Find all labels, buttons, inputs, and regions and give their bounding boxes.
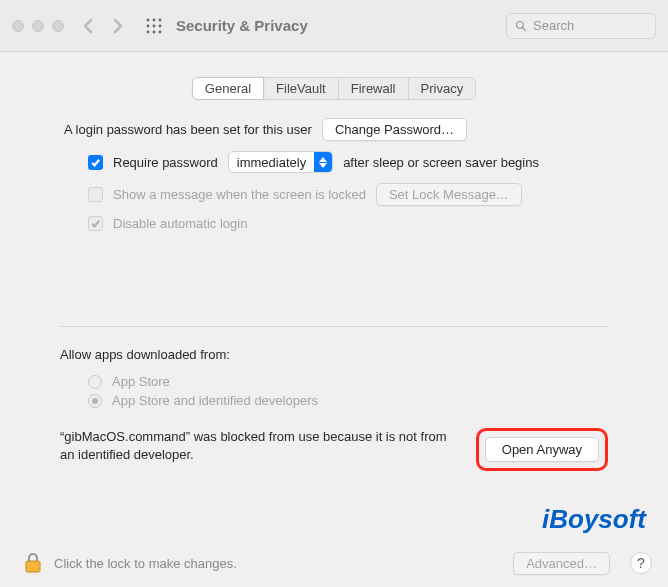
content-area: A login password has been set for this u… bbox=[0, 100, 668, 471]
tab-bar: General FileVault Firewall Privacy bbox=[192, 77, 476, 100]
help-button[interactable]: ? bbox=[630, 552, 652, 574]
show-message-checkbox bbox=[88, 187, 103, 202]
set-lock-message-button: Set Lock Message… bbox=[376, 183, 522, 206]
svg-point-6 bbox=[147, 30, 150, 33]
svg-point-5 bbox=[159, 24, 162, 27]
forward-button[interactable] bbox=[112, 18, 124, 34]
tab-filevault[interactable]: FileVault bbox=[263, 77, 339, 100]
after-sleep-label: after sleep or screen saver begins bbox=[343, 155, 539, 170]
svg-rect-11 bbox=[26, 561, 40, 572]
lock-icon[interactable] bbox=[24, 552, 42, 574]
svg-point-1 bbox=[153, 18, 156, 21]
lock-hint-label: Click the lock to make changes. bbox=[54, 556, 501, 571]
close-window-icon[interactable] bbox=[12, 20, 24, 32]
disable-auto-login-label: Disable automatic login bbox=[113, 216, 247, 231]
watermark-logo: iBoysoft bbox=[542, 504, 646, 535]
checkmark-icon bbox=[90, 157, 101, 168]
zoom-window-icon[interactable] bbox=[52, 20, 64, 32]
blocked-app-message: “gibMacOS.command” was blocked from use … bbox=[60, 428, 462, 464]
svg-line-10 bbox=[523, 27, 526, 30]
watermark-text: iBoysoft bbox=[542, 504, 646, 535]
svg-point-7 bbox=[153, 30, 156, 33]
password-set-label: A login password has been set for this u… bbox=[64, 122, 312, 137]
tab-label: Firewall bbox=[351, 81, 396, 96]
require-password-checkbox[interactable] bbox=[88, 155, 103, 170]
svg-point-3 bbox=[147, 24, 150, 27]
radio-label: App Store and identified developers bbox=[112, 393, 318, 408]
radio-app-store-identified bbox=[88, 394, 102, 408]
require-password-label: Require password bbox=[113, 155, 218, 170]
svg-point-4 bbox=[153, 24, 156, 27]
show-message-label: Show a message when the screen is locked bbox=[113, 187, 366, 202]
require-password-delay-select[interactable]: immediately bbox=[228, 151, 333, 173]
stepper-arrows-icon bbox=[314, 152, 332, 172]
select-value: immediately bbox=[229, 155, 314, 170]
open-anyway-button[interactable]: Open Anyway bbox=[485, 437, 599, 462]
minimize-window-icon[interactable] bbox=[32, 20, 44, 32]
tab-general[interactable]: General bbox=[192, 77, 264, 100]
radio-app-store bbox=[88, 375, 102, 389]
tab-firewall[interactable]: Firewall bbox=[338, 77, 409, 100]
search-placeholder: Search bbox=[533, 18, 574, 33]
titlebar: Security & Privacy Search bbox=[0, 0, 668, 52]
search-input[interactable]: Search bbox=[506, 13, 656, 39]
divider bbox=[60, 326, 608, 327]
advanced-button[interactable]: Advanced… bbox=[513, 552, 610, 575]
search-icon bbox=[515, 20, 527, 32]
nav-arrows bbox=[82, 18, 124, 34]
disable-auto-login-checkbox bbox=[88, 216, 103, 231]
window-controls bbox=[12, 20, 64, 32]
checkmark-icon bbox=[90, 218, 101, 229]
svg-point-8 bbox=[159, 30, 162, 33]
tab-privacy[interactable]: Privacy bbox=[408, 77, 477, 100]
change-password-button[interactable]: Change Password… bbox=[322, 118, 467, 141]
back-button[interactable] bbox=[82, 18, 94, 34]
tab-label: FileVault bbox=[276, 81, 326, 96]
footer: Click the lock to make changes. Advanced… bbox=[0, 539, 668, 587]
allow-apps-label: Allow apps downloaded from: bbox=[60, 347, 608, 362]
tab-label: Privacy bbox=[421, 81, 464, 96]
open-anyway-highlight: Open Anyway bbox=[476, 428, 608, 471]
show-all-prefs-icon[interactable] bbox=[146, 18, 162, 34]
window-title: Security & Privacy bbox=[176, 17, 308, 34]
radio-label: App Store bbox=[112, 374, 170, 389]
svg-point-0 bbox=[147, 18, 150, 21]
svg-point-2 bbox=[159, 18, 162, 21]
tab-label: General bbox=[205, 81, 251, 96]
